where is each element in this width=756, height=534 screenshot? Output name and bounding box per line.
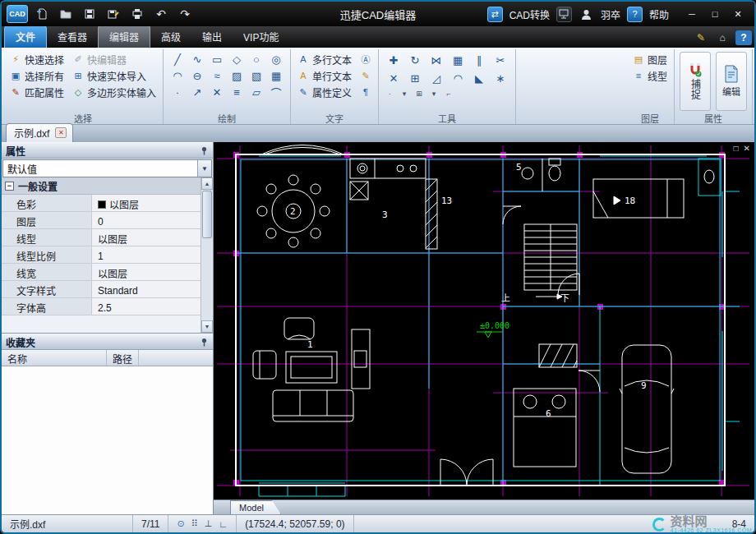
ray-tool-icon[interactable]: ↗: [187, 84, 207, 100]
tab-editor[interactable]: 编辑器: [98, 25, 150, 48]
erase-tool-icon[interactable]: ✕: [383, 69, 404, 87]
quick-editor-button[interactable]: ✐ 快编辑器: [70, 51, 159, 67]
mirror-tool-icon[interactable]: ⋈: [426, 51, 447, 69]
polar-indicator-icon[interactable]: ∟: [219, 519, 228, 529]
save-as-button[interactable]: [104, 5, 123, 23]
edit-text-button[interactable]: ✎: [357, 67, 374, 84]
ellipse-tool-icon[interactable]: ⊖: [187, 67, 207, 84]
snap-indicator-icon[interactable]: ⊙: [177, 518, 184, 529]
tab-output[interactable]: 输出: [191, 26, 233, 48]
chevron-down-icon[interactable]: ▾: [398, 87, 411, 99]
polyline-tool-icon[interactable]: ∿: [187, 51, 207, 67]
undo-button[interactable]: ↶: [151, 5, 171, 23]
new-file-button[interactable]: [32, 5, 52, 23]
fillet-tool-icon[interactable]: ◠: [447, 69, 468, 87]
property-row-font-height[interactable]: 字体高 2.5: [2, 298, 201, 315]
table-tool-icon[interactable]: ▦: [266, 67, 286, 84]
circle-tool-icon[interactable]: ○: [247, 51, 266, 67]
tab-vip[interactable]: VIP功能: [233, 26, 289, 48]
mtext-button[interactable]: A 多行文本: [295, 51, 354, 67]
linetype-button[interactable]: ≡ 线型: [630, 67, 670, 84]
copy-tool-icon[interactable]: ⊞: [404, 69, 426, 87]
rectangle-tool-icon[interactable]: ▭: [207, 51, 227, 67]
donut-tool-icon[interactable]: ◎: [266, 51, 286, 67]
property-row-layer[interactable]: 图层 0: [2, 212, 201, 229]
pin-icon[interactable]: [200, 146, 209, 155]
explode-tool-icon[interactable]: ∗: [490, 69, 511, 87]
pin-icon-favorites[interactable]: [200, 338, 209, 347]
spline-tool-icon[interactable]: ≈: [207, 67, 227, 84]
model-tab[interactable]: Model: [230, 500, 281, 514]
gradient-tool-icon[interactable]: ▧: [247, 67, 266, 84]
point-tool-icon[interactable]: ∙: [168, 84, 187, 100]
rotate-tool-icon[interactable]: ↻: [404, 51, 426, 69]
property-group-row[interactable]: − 一般设置: [2, 177, 201, 195]
text-align-button[interactable]: ¶: [357, 84, 374, 100]
attribute-define-button[interactable]: ✎ 属性定义: [295, 84, 354, 100]
snap-button[interactable]: 捕捉: [680, 52, 711, 111]
chamfer-tool-icon[interactable]: ◣: [468, 69, 490, 87]
mdi-restore-icon[interactable]: □: [734, 145, 739, 153]
polygon-tool-icon[interactable]: ◇: [227, 51, 247, 67]
minimize-button[interactable]: ─: [680, 6, 703, 22]
help-circle-icon[interactable]: ?: [735, 30, 752, 45]
hatch-tool-icon[interactable]: ▨: [227, 67, 247, 84]
scale-tool-icon[interactable]: ◿: [426, 69, 447, 87]
pencil-icon[interactable]: ✎: [693, 30, 709, 45]
revision-cloud-tool-icon[interactable]: ⌒: [266, 84, 286, 100]
batch-convert-icon[interactable]: [556, 7, 572, 22]
tab-viewer[interactable]: 查看器: [47, 26, 98, 48]
favorites-column-path[interactable]: 路径: [107, 350, 139, 366]
array-tool-icon[interactable]: ▦: [447, 51, 468, 69]
redo-button[interactable]: ↷: [175, 5, 195, 23]
home-icon[interactable]: ⌂: [714, 30, 731, 45]
move-tool-icon[interactable]: ✚: [383, 51, 404, 69]
favorites-column-name[interactable]: 名称: [2, 350, 107, 366]
property-row-lineweight[interactable]: 线宽 以图层: [2, 264, 201, 281]
text-style-button[interactable]: Ⓐ: [357, 51, 374, 67]
document-close-icon[interactable]: ✕: [55, 127, 67, 138]
property-scrollbar[interactable]: ▲ ▼: [201, 177, 213, 333]
construction-line-tool-icon[interactable]: ✕: [207, 84, 227, 100]
preset-dropdown[interactable]: 默认值 ▼: [2, 159, 212, 177]
chevron-down-icon-preset[interactable]: ▼: [197, 160, 211, 177]
trim-tool-icon[interactable]: ✂: [490, 51, 511, 69]
close-button[interactable]: ✕: [726, 6, 749, 22]
quick-entity-import-button[interactable]: ⊞ 快速实体导入: [70, 67, 159, 84]
grid-indicator-icon[interactable]: ⠿: [191, 518, 198, 529]
property-row-color[interactable]: 色彩 以图层: [2, 195, 201, 212]
property-row-linetype-scale[interactable]: 线型比例 1: [2, 246, 201, 264]
polygon-entity-input-button[interactable]: ◇ 多边形实体输入: [70, 84, 159, 100]
mdi-close-icon[interactable]: ✕: [744, 145, 750, 153]
help-icon[interactable]: ?: [627, 7, 643, 22]
tab-advanced[interactable]: 高级: [150, 26, 191, 48]
layers-button[interactable]: ▤ 图层: [630, 51, 670, 67]
user-avatar-icon[interactable]: [579, 7, 594, 22]
scroll-down-icon[interactable]: ▼: [201, 320, 213, 333]
open-file-button[interactable]: [56, 5, 76, 23]
scroll-thumb[interactable]: [202, 191, 212, 238]
property-row-text-style[interactable]: 文字样式 Standard: [2, 281, 201, 298]
point-style-icon[interactable]: ∙: [383, 87, 396, 99]
print-button[interactable]: [127, 5, 147, 23]
help-button[interactable]: 帮助: [649, 7, 669, 21]
document-tab[interactable]: 示例.dxf ✕: [6, 123, 73, 142]
save-button[interactable]: [80, 5, 99, 23]
tab-file[interactable]: 文件: [4, 25, 47, 48]
multiline-tool-icon[interactable]: ≡: [227, 84, 247, 100]
line-tool-icon[interactable]: ╱: [168, 51, 187, 67]
arc-tool-icon[interactable]: ◠: [168, 67, 187, 84]
drawing-viewport[interactable]: 2 3 13 5 18 1 6 9 上 下 ±0.000 □: [214, 142, 754, 499]
quick-select-button[interactable]: ⚡ 快速选择: [7, 51, 67, 67]
edit-properties-button[interactable]: 编辑: [716, 52, 747, 111]
property-row-linetype[interactable]: 线型 以图层: [2, 229, 201, 246]
cad-convert-icon[interactable]: ⇄: [487, 7, 503, 22]
ortho-indicator-icon[interactable]: ⊥: [205, 518, 213, 529]
chevron-down-icon-2[interactable]: ▾: [427, 87, 440, 99]
collapse-icon[interactable]: −: [5, 182, 14, 191]
scroll-up-icon[interactable]: ▲: [201, 177, 213, 190]
group-tool-icon[interactable]: ⊞: [413, 87, 426, 99]
offset-tool-icon[interactable]: ∥: [468, 51, 490, 69]
measure-tool-icon[interactable]: ⌐: [442, 87, 455, 99]
maximize-button[interactable]: □: [703, 6, 726, 22]
